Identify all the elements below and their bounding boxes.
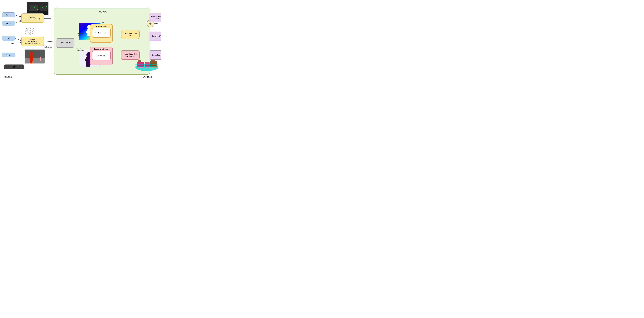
human-layer-box: Human Layer [92, 51, 110, 60]
tsdf-integrator-label: TSDF Integrator [96, 26, 107, 27]
svg-line-52 [27, 33, 29, 35]
svg-point-39 [29, 28, 30, 29]
diagram-container: nvblox Infra 1 Infra 2 Color Depth [0, 0, 161, 80]
svg-point-44 [32, 31, 34, 32]
non-human-depth-label: Non-HumanDepth Image [76, 32, 84, 36]
infra1-box: Infra 1 [2, 13, 15, 17]
svg-line-2 [14, 38, 21, 41]
human-seg-box: Human Segmentation (isaac_ros_segmentati… [21, 37, 44, 46]
svg-point-37 [26, 31, 27, 32]
vslam-box: VSLAM (isaac_ros_visual_slam) [21, 14, 44, 23]
svg-line-48 [27, 28, 29, 31]
non-human-layer-box: Non-Human Layer [92, 28, 110, 38]
svg-line-53 [30, 28, 32, 29]
svg-point-88 [6, 66, 7, 67]
tsdf-integrator-box: TSDF Integrator Non-Human Layer [90, 24, 113, 43]
svg-point-90 [20, 66, 22, 67]
svg-rect-60 [25, 58, 45, 64]
svg-point-87 [14, 66, 14, 67]
svg-line-54 [30, 29, 32, 31]
color-box: Color [2, 36, 15, 41]
svg-point-33 [45, 8, 46, 9]
camera-icon [4, 62, 25, 70]
svg-point-35 [46, 6, 47, 7]
svg-rect-97 [136, 64, 158, 65]
svg-rect-81 [86, 64, 88, 67]
svg-point-38 [26, 33, 27, 34]
nvblox-label: nvblox [98, 10, 106, 14]
svg-point-32 [37, 9, 38, 10]
output-3d-map [134, 55, 160, 72]
human-depth-label: HumanDepth Image [76, 48, 84, 52]
svg-rect-99 [138, 60, 141, 62]
svg-point-61 [30, 52, 33, 56]
svg-line-57 [30, 33, 32, 33]
svg-rect-28 [40, 6, 47, 12]
svg-rect-64 [31, 57, 33, 59]
svg-point-41 [29, 32, 30, 33]
svg-point-34 [29, 10, 30, 10]
svg-point-101 [155, 61, 157, 64]
svg-rect-27 [30, 5, 38, 12]
svg-line-56 [30, 31, 32, 33]
svg-line-0 [14, 15, 21, 17]
inputs-label: Inputs [4, 75, 12, 78]
svg-point-45 [32, 33, 34, 34]
svg-line-55 [30, 31, 32, 31]
neural-net-icon [25, 27, 36, 36]
svg-rect-80 [87, 59, 90, 61]
svg-point-40 [29, 30, 30, 31]
depth-box: Depth [2, 53, 15, 57]
svg-point-89 [8, 66, 9, 67]
svg-point-43 [32, 28, 34, 30]
svg-rect-66 [31, 61, 32, 63]
svg-point-31 [42, 7, 43, 8]
infra2-box: Infra 2 [2, 21, 15, 26]
occupancy-integrator-box: Occupancy Integrator Human Layer [90, 47, 113, 65]
svg-rect-82 [88, 64, 90, 67]
svg-line-58 [30, 33, 32, 35]
human-static-cost-map-box: Human + Static Cost Map [149, 13, 161, 22]
svg-line-4 [8, 43, 21, 44]
street-image [27, 2, 48, 15]
person-seg-image [25, 49, 45, 64]
svg-point-91 [22, 66, 24, 67]
svg-rect-100 [151, 60, 155, 62]
static-cost-map-box: Static Cost Map [149, 32, 161, 41]
svg-rect-68 [40, 58, 41, 61]
svg-line-1 [14, 21, 21, 24]
svg-line-50 [27, 31, 29, 33]
tsdf-layer-cost-map-box: TSDF Layer To Cost Map [121, 30, 140, 39]
svg-line-51 [27, 33, 29, 33]
depth-masker-box: Depth Masker [56, 38, 74, 48]
svg-point-42 [29, 34, 30, 36]
occupancy-integrator-label: Occupancy Integrator [94, 48, 108, 50]
svg-point-29 [31, 8, 31, 8]
svg-point-67 [40, 57, 41, 58]
pose-label: Pose [100, 21, 104, 23]
outputs-label: Outputs [142, 75, 152, 78]
svg-rect-65 [30, 61, 31, 63]
svg-point-36 [26, 28, 27, 30]
segmented-color-label: SegmentedColor Image [44, 45, 52, 49]
svg-rect-63 [28, 57, 30, 59]
svg-rect-98 [136, 66, 158, 67]
svg-point-30 [34, 7, 35, 8]
